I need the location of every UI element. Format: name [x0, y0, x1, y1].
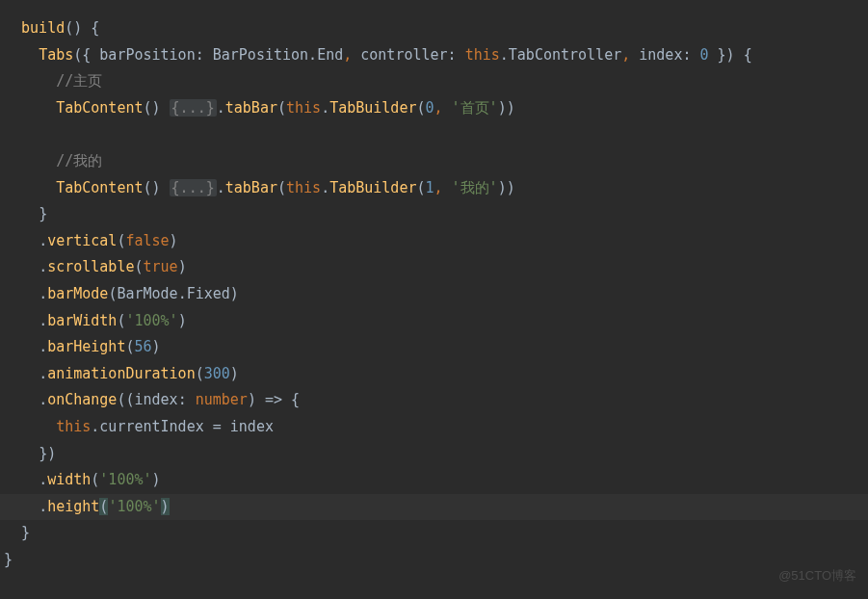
code-line: } [0, 520, 868, 547]
token-call: width [47, 471, 91, 488]
token-paren: ( [144, 179, 152, 196]
token-keyword: number [196, 391, 248, 408]
token-number: 0 [426, 99, 434, 117]
token-paren: ) [47, 445, 56, 462]
token-comment: //主页 [56, 72, 102, 90]
token-paren: ( [277, 99, 286, 117]
token-dot: . [39, 338, 47, 355]
code-line: } [0, 201, 868, 228]
token-brace: } [718, 46, 726, 64]
token-call: TabBuilder [329, 99, 416, 117]
token-brace: } [4, 551, 13, 568]
code-line: .onChange((index: number) => { [0, 387, 868, 414]
token-dot: . [39, 285, 47, 302]
token-paren: ( [196, 365, 204, 382]
token-comma: , [621, 46, 630, 64]
code-line: Tabs({ barPosition: BarPosition.End, con… [0, 42, 868, 69]
token-paren: ) [248, 391, 256, 408]
fold-marker[interactable]: {...} [170, 99, 217, 117]
fold-marker[interactable]: {...} [170, 179, 217, 196]
token-dot: . [39, 498, 47, 515]
token-paren: ( [134, 258, 143, 275]
token-brace: { [744, 46, 752, 64]
token-dot: . [91, 418, 99, 435]
code-line: .barHeight(56) [0, 334, 868, 361]
token-dot: . [39, 471, 47, 488]
code-line: .animationDuration(300) [0, 361, 868, 388]
token-string: '100%' [99, 471, 151, 488]
token-paren: ) [230, 365, 239, 382]
token-paren: ( [416, 99, 425, 117]
token-dot: . [217, 99, 225, 117]
code-line: .barMode(BarMode.Fixed) [0, 281, 868, 308]
code-line: .vertical(false) [0, 228, 868, 255]
token-paren: ( [65, 19, 73, 37]
token-ident: currentIndex [99, 418, 203, 435]
token-number: 1 [426, 179, 434, 196]
token-keyword: true [144, 258, 178, 275]
code-line: .scrollable(true) [0, 254, 868, 281]
token-dot: . [39, 365, 47, 382]
token-dot: . [178, 285, 187, 302]
code-line: }) [0, 441, 868, 468]
token-call: barMode [47, 285, 108, 302]
token-ident: barPosition [99, 46, 195, 64]
token-paren: ) [152, 179, 161, 196]
token-ident: End [317, 46, 343, 64]
token-call: animationDuration [47, 365, 196, 382]
token-string: '100%' [125, 312, 177, 329]
token-paren: ) [498, 99, 507, 117]
token-op: = [213, 418, 222, 435]
token-call: onChange [47, 391, 117, 408]
token-dot: . [308, 46, 317, 64]
token-paren: ( [416, 179, 425, 196]
token-number: 56 [134, 338, 151, 355]
token-dot: . [39, 232, 47, 249]
token-keyword: this [286, 99, 321, 117]
token-call: barHeight [47, 338, 125, 355]
token-dot: . [321, 179, 329, 196]
token-brace: } [21, 524, 30, 541]
token-call: TabBuilder [329, 179, 416, 196]
token-paren: ) [170, 232, 178, 249]
token-dot: . [39, 258, 47, 275]
token-paren: ) [152, 338, 161, 355]
token-call: vertical [47, 232, 117, 249]
code-editor[interactable]: build() { Tabs({ barPosition: BarPositio… [0, 0, 868, 573]
token-colon: : [448, 46, 457, 64]
token-paren: ) [726, 46, 735, 64]
token-ident: index [230, 418, 274, 435]
token-ident: controller [360, 46, 447, 64]
token-ident: Fixed [187, 285, 230, 302]
token-ident: BarPosition [213, 46, 308, 64]
token-paren: ( [73, 46, 82, 64]
token-paren: ) [178, 258, 187, 275]
code-line: TabContent() {...}.tabBar(this.TabBuilde… [0, 95, 868, 122]
code-line: this.currentIndex = index [0, 414, 868, 441]
token-paren: ) [507, 179, 515, 196]
token-brace: { [291, 391, 300, 408]
code-line: //主页 [0, 68, 868, 95]
token-paren: ( [277, 179, 286, 196]
token-call: Tabs [39, 46, 73, 64]
watermark-text: @51CTO博客 [778, 562, 856, 589]
token-brace: } [39, 205, 47, 222]
token-ident: index [639, 46, 682, 64]
code-line-blank [0, 121, 868, 148]
code-line: .width('100%') [0, 467, 868, 494]
token-ident: index [134, 391, 177, 408]
token-paren: ) [178, 312, 187, 329]
token-paren: ) [498, 179, 507, 196]
token-comment: //我的 [56, 152, 102, 169]
token-string: '100%' [108, 498, 160, 515]
token-colon: : [196, 46, 204, 64]
token-comma: , [343, 46, 352, 64]
code-line: } [0, 547, 868, 574]
code-line: TabContent() {...}.tabBar(this.TabBuilde… [0, 175, 868, 202]
token-comma: , [434, 99, 443, 117]
token-keyword: this [465, 46, 500, 64]
token-paren: ( [91, 471, 99, 488]
token-paren-match: ) [161, 498, 170, 515]
token-paren: ) [73, 19, 82, 37]
token-brace: } [39, 445, 47, 462]
